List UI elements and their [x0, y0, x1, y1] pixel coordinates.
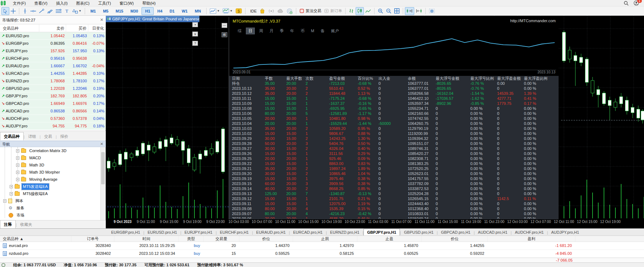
market-watch-column-0[interactable]: 交易品种: [0, 24, 39, 32]
stats-row[interactable]: 2023.10.0680.0020.005-12581.89-1.17 %010…: [229, 111, 559, 116]
navigator-scrollbar[interactable]: ▼: [100, 147, 105, 227]
market-watch-row[interactable]: ↗EURUSD.pro1.054421.054530.13%: [0, 32, 106, 40]
order-row[interactable]: nzdusd.pro30284022023.10.12 15:03:34buy1…: [0, 250, 644, 258]
menu-item-2[interactable]: 插入(I): [52, 0, 72, 6]
orders-column-6[interactable]: 止损: [293, 236, 357, 242]
stats-row[interactable]: 2023.09.1215.0015.0012101.750.21 %010265…: [229, 196, 559, 201]
stats-row[interactable]: 2023.10.1335.0020.0025510.430.52 %010637…: [229, 86, 559, 91]
timeframe-m1-button[interactable]: M1: [87, 7, 99, 15]
menu-item-5[interactable]: 窗口(W): [115, 0, 138, 6]
chart-tab-8[interactable]: GBPUSD.pro,H1: [401, 229, 437, 236]
market-watch-column-2[interactable]: 买价: [66, 24, 88, 32]
stats-row[interactable]: 2023.09.2850.0020.0035404.760.50 %010951…: [229, 141, 559, 146]
close-icon[interactable]: ✕: [99, 17, 104, 23]
scrollbar-thumb[interactable]: [101, 152, 105, 184]
shapes-tool-button[interactable]: ▼: [71, 7, 83, 15]
stats-row[interactable]: 2023.10.0335.0020.00210589.200.95 %01129…: [229, 126, 559, 131]
stats-row[interactable]: 2023.09.0620.0020.0014585.290.46 %010150…: [229, 216, 559, 219]
stats-menu-item-3[interactable]: 月: [267, 28, 276, 34]
timeframe-mn-button[interactable]: MN: [191, 7, 204, 15]
notifications-button[interactable]: 1: [634, 0, 639, 6]
chart-template-button[interactable]: ▼: [208, 7, 221, 15]
stats-menu-item-5[interactable]: 年: [288, 28, 296, 34]
timeframe-m5-button[interactable]: M5: [99, 7, 112, 15]
orders-column-3[interactable]: 类型: [179, 236, 204, 242]
chart-tab-3[interactable]: EURCHF.pro,H1: [217, 229, 252, 236]
chart-tab-4[interactable]: EURAUD.pro,H1: [253, 229, 289, 236]
stats-row[interactable]: 2023.10.0915.0015.001-1637.37-0.16 %0105…: [229, 101, 559, 106]
market-watch-tab-0[interactable]: 交易品种: [0, 132, 24, 140]
timeframe-h4-button[interactable]: H4: [154, 7, 166, 15]
horizontal-line-tool-button[interactable]: [29, 7, 38, 15]
stats-row[interactable]: 2023.10.0815.0015.001-6925.95-0.65 %0105…: [229, 106, 559, 111]
zoom-in-button[interactable]: [376, 7, 385, 15]
orders-column-7[interactable]: 止盈: [357, 236, 422, 242]
menu-item-1[interactable]: 查看(V): [30, 0, 52, 6]
market-watch-row[interactable]: ↗GBPUSD.pro1.220281.220460.19%: [0, 85, 106, 92]
stats-menu-item-8[interactable]: 备: [318, 28, 327, 34]
market-watch-tab-2[interactable]: 交易: [41, 132, 56, 140]
chart-title-bar[interactable]: GBPJPY.pro,H1: Great Britain Pound vs Ja…: [106, 16, 199, 22]
left-bottom-tab-0[interactable]: 注释: [0, 220, 16, 228]
chart-side-button-0[interactable]: ▪: [192, 22, 198, 27]
stats-row[interactable]: 2023.09.13125.0020.007-1340.87-0.13 %010…: [229, 191, 559, 196]
chart-shift-button[interactable]: [414, 7, 423, 15]
chart-tab-2[interactable]: EURJPY.pro,H1: [181, 229, 216, 236]
trendline-tool-button[interactable]: [38, 7, 46, 15]
chart-tab-11[interactable]: AUDCHF.pro,H1: [512, 229, 547, 236]
fibonacci-tool-button[interactable]: [54, 7, 63, 15]
cursor-tool-button[interactable]: [1, 7, 9, 15]
navigator-item[interactable]: +Math 3D: [0, 161, 101, 169]
chart-tab-12[interactable]: AUDJPY.pro,H1: [548, 229, 582, 236]
expand-icon[interactable]: +: [16, 164, 19, 167]
search-icon[interactable]: [624, 1, 629, 6]
indicators-button[interactable]: ▼: [221, 7, 234, 15]
text-tool-button[interactable]: T: [63, 7, 71, 15]
candlestick-mode-button[interactable]: [356, 7, 364, 15]
stats-row[interactable]: 2023.09.1915.0015.0013975.460.38 %010417…: [229, 176, 559, 181]
menu-item-6[interactable]: 帮助(H): [138, 0, 160, 6]
market-watch-row[interactable]: ↘GBPCAD.pro1.669491.669760.17%: [0, 100, 106, 107]
stats-move-button[interactable]: 移: [222, 32, 227, 37]
chart-side-button-1[interactable]: ∨: [192, 31, 198, 37]
stats-menu-item-0[interactable]: 综: [236, 28, 244, 34]
expand-icon[interactable]: +: [16, 171, 19, 174]
stats-panel-url[interactable]: http://MTCommander.com: [510, 19, 556, 23]
stats-row[interactable]: 2023.09.2135.0020.00219897.241.89 %01072…: [229, 166, 559, 171]
new-order-button[interactable]: 新订单: [323, 7, 343, 15]
market-watch-column-1[interactable]: 卖价: [39, 24, 66, 32]
orders-column-0[interactable]: 交易品种 ▲: [0, 236, 71, 242]
auto-scroll-button[interactable]: [405, 7, 414, 15]
navigator-item[interactable]: +Moving Average: [0, 176, 101, 183]
navigator-item[interactable]: 市场: [0, 212, 101, 219]
channel-tool-button[interactable]: [46, 7, 54, 15]
vertical-line-tool-button[interactable]: [21, 7, 29, 15]
stats-menu-item-4[interactable]: 季: [278, 28, 286, 34]
menu-item-0[interactable]: 文件(F): [9, 0, 30, 6]
orders-column-2[interactable]: 时间: [114, 236, 179, 242]
stats-row[interactable]: 2023.09.0880.0020.0041535.390.15 %010123…: [229, 206, 559, 211]
stats-menu-item-2[interactable]: 周: [257, 28, 265, 34]
stats-row[interactable]: 2023.10.1235.0020.00211844.481.13 %01058…: [229, 91, 559, 96]
crosshair-tool-button[interactable]: [9, 7, 17, 15]
market-watch-row[interactable]: ↘EURNZD.pro1.780681.781000.17%: [0, 77, 106, 85]
community-button[interactable]: [285, 7, 294, 15]
stats-row[interactable]: 2023.10.0420.0020.001-15529.44-1.44 %-50…: [229, 121, 559, 126]
market-watch-row[interactable]: ↘EURGBP.pro0.863950.86416-0.07%: [0, 40, 106, 47]
orders-column-8[interactable]: 价位: [422, 236, 488, 242]
chart-tab-0[interactable]: EURGBP.pro,H1: [108, 229, 143, 236]
stats-minimize-button[interactable]: —: [222, 23, 227, 28]
chart-tab-9[interactable]: GBPCAD.pro,H1: [438, 229, 474, 236]
stats-row[interactable]: 2023.09.2730.0015.0024326.040.40 %010897…: [229, 146, 559, 151]
chart-tab-7[interactable]: GBPJPY.pro,H1: [363, 229, 400, 236]
expand-icon[interactable]: +: [16, 149, 19, 152]
screenshot-button[interactable]: [427, 7, 436, 15]
orders-column-4[interactable]: 交易量: [204, 236, 239, 242]
orders-column-1[interactable]: 订单号: [71, 236, 114, 242]
ide-button[interactable]: IDE: [247, 7, 258, 15]
stats-row[interactable]: 2023.09.2930.0015.00214243.251.30 %01109…: [229, 136, 559, 141]
zoom-out-button[interactable]: [385, 7, 393, 15]
stats-row[interactable]: 2023.09.2520.0020.001925.460.09 %0108230…: [229, 156, 559, 161]
expand-icon[interactable]: +: [10, 185, 13, 188]
menu-item-4[interactable]: 工具(T): [94, 0, 115, 6]
